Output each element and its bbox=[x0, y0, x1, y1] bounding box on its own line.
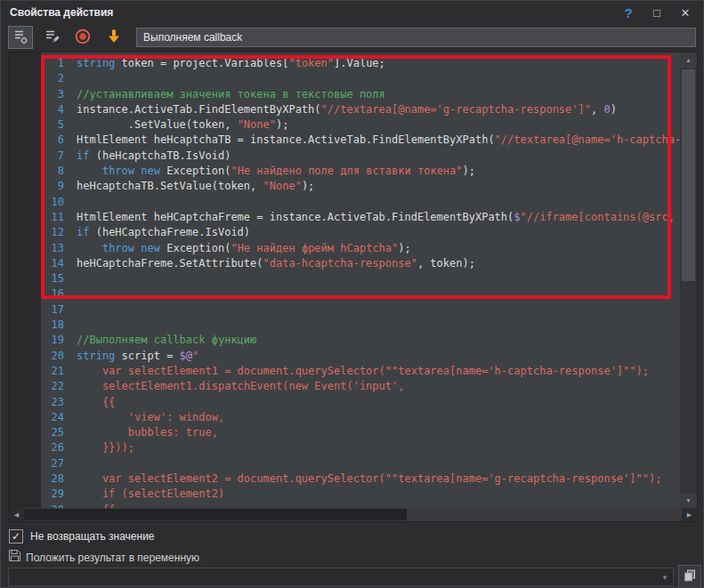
code-line: 2 bbox=[41, 71, 680, 86]
variable-combobox[interactable]: ▾ bbox=[8, 568, 674, 586]
line-number: 6 bbox=[41, 133, 77, 148]
breakpoint-gutter[interactable] bbox=[9, 52, 41, 508]
line-number: 17 bbox=[41, 302, 77, 318]
code-line: 21 var selectElement1 = document.querySe… bbox=[41, 364, 680, 379]
line-number: 7 bbox=[41, 149, 77, 164]
code-line: 6HtmlElement heHcaptchaTB = instance.Act… bbox=[41, 133, 680, 148]
line-number: 29 bbox=[41, 487, 77, 502]
toolbar bbox=[1, 24, 703, 51]
code-editor-panel: 1string token = project.Variables["token… bbox=[8, 52, 698, 522]
document-gear-icon bbox=[12, 28, 29, 48]
line-number: 21 bbox=[41, 364, 77, 379]
line-number: 24 bbox=[41, 410, 77, 425]
scroll-down-icon[interactable]: ▼ bbox=[680, 493, 697, 508]
line-number: 25 bbox=[41, 425, 77, 440]
scroll-right-icon[interactable]: ▶ bbox=[682, 508, 697, 521]
edit-code-button[interactable] bbox=[39, 26, 64, 49]
line-number: 16 bbox=[41, 286, 77, 302]
code-line: 24 'view': window, bbox=[41, 410, 680, 425]
titlebar: Свойства действия ? □ ✕ bbox=[1, 1, 703, 24]
code-line: 28 var selectElement2 = document.querySe… bbox=[41, 471, 680, 487]
copy-variable-button[interactable] bbox=[678, 565, 701, 588]
save-result-label: Положить результат в переменную bbox=[26, 552, 199, 564]
code-line: 27 bbox=[41, 456, 680, 471]
code-line: 1string token = project.Variables["token… bbox=[41, 56, 680, 71]
no-return-label: Не возвращать значение bbox=[30, 530, 155, 543]
code-line: 22 selectElement1.dispatchEvent(new Even… bbox=[41, 379, 680, 394]
code-line: 20string script = $@" bbox=[41, 349, 680, 364]
close-icon[interactable]: ✕ bbox=[671, 3, 700, 22]
line-number: 18 bbox=[41, 318, 77, 333]
code-line: 26 }})); bbox=[41, 440, 680, 455]
titlebar-buttons: ? □ ✕ bbox=[614, 3, 700, 22]
code-line: 13 throw new Exception("Не найден фрейм … bbox=[41, 241, 680, 256]
code-line: 4instance.ActiveTab.FindElementByXPath("… bbox=[41, 102, 680, 117]
record-button[interactable] bbox=[70, 26, 95, 49]
line-number: 9 bbox=[41, 179, 77, 194]
help-icon[interactable]: ? bbox=[614, 3, 643, 22]
save-result-row: Положить результат в переменную bbox=[8, 549, 199, 566]
code-line: 14heHCaptchaFreme.SetAttribute("data-hca… bbox=[41, 256, 680, 271]
line-number: 8 bbox=[41, 164, 77, 179]
line-number: 22 bbox=[41, 379, 77, 394]
action-properties-window: Свойства действия ? □ ✕ bbox=[0, 0, 704, 588]
code-line: 17 bbox=[41, 302, 680, 318]
line-number: 20 bbox=[41, 349, 77, 364]
line-number: 28 bbox=[41, 471, 77, 487]
record-icon bbox=[74, 28, 92, 48]
line-number: 19 bbox=[41, 333, 77, 348]
copy-icon bbox=[684, 569, 696, 584]
document-pencil-icon bbox=[43, 28, 61, 48]
code-line: 8 throw new Exception("Не найдено поле д… bbox=[41, 164, 680, 179]
code-line: 16 bbox=[41, 286, 680, 302]
code-line: 3//устанавливаем значения токена в текст… bbox=[41, 87, 680, 102]
step-button[interactable] bbox=[101, 26, 126, 49]
horizontal-scroll-thumb[interactable] bbox=[24, 509, 407, 520]
no-return-row: ✓ Не возвращать значение bbox=[9, 529, 155, 544]
code-line: 5 .SetValue(token, "None"); bbox=[41, 117, 680, 133]
code-lines[interactable]: 1string token = project.Variables["token… bbox=[41, 52, 680, 508]
horizontal-scrollbar[interactable]: ◀ ▶ bbox=[9, 508, 697, 521]
code-line: 25 bubbles: true, bbox=[41, 425, 680, 440]
code-line: 7if (heHcaptchaTB.IsVoid) bbox=[41, 149, 680, 164]
code-line: 9heHcaptchaTB.SetValue(token, "None"); bbox=[41, 179, 680, 194]
code-line: 15 bbox=[41, 271, 680, 286]
line-number: 15 bbox=[41, 271, 77, 286]
line-number: 13 bbox=[41, 241, 77, 256]
line-number: 5 bbox=[41, 117, 77, 133]
code-line: 18 bbox=[41, 318, 680, 333]
vertical-scrollbar[interactable]: ▲ ▼ bbox=[680, 52, 697, 508]
code-line: 11HtmlElement heHCaptchaFreme = instance… bbox=[41, 210, 680, 225]
code-line: 12if (heHCaptchaFreme.IsVoid) bbox=[41, 225, 680, 240]
line-number: 2 bbox=[41, 71, 77, 86]
line-number: 1 bbox=[41, 56, 77, 71]
line-number: 26 bbox=[41, 440, 77, 455]
line-number: 14 bbox=[41, 256, 77, 271]
line-number: 4 bbox=[41, 102, 77, 117]
code-line: 19//Выполняем callback функцию bbox=[41, 333, 680, 348]
action-properties-button[interactable] bbox=[8, 26, 33, 49]
line-number: 10 bbox=[41, 195, 77, 210]
chevron-down-icon[interactable]: ▾ bbox=[657, 573, 673, 582]
down-arrow-icon bbox=[105, 28, 123, 48]
code-line: 23 {{ bbox=[41, 395, 680, 410]
code-line: 29 if (selectElement2) bbox=[41, 487, 680, 502]
line-number: 23 bbox=[41, 395, 77, 410]
action-name-input[interactable] bbox=[136, 28, 696, 47]
line-number: 3 bbox=[41, 87, 77, 102]
vertical-scroll-thumb[interactable] bbox=[682, 69, 695, 281]
maximize-icon[interactable]: □ bbox=[643, 3, 671, 22]
scroll-up-icon[interactable]: ▲ bbox=[680, 52, 697, 68]
line-number: 11 bbox=[41, 210, 77, 225]
save-icon bbox=[8, 549, 21, 566]
line-number: 12 bbox=[41, 225, 77, 240]
no-return-checkbox[interactable]: ✓ bbox=[9, 529, 23, 544]
line-number: 27 bbox=[41, 456, 77, 471]
code-line: 10 bbox=[41, 195, 680, 210]
scroll-left-icon[interactable]: ◀ bbox=[9, 508, 24, 521]
window-title: Свойства действия bbox=[10, 6, 113, 19]
